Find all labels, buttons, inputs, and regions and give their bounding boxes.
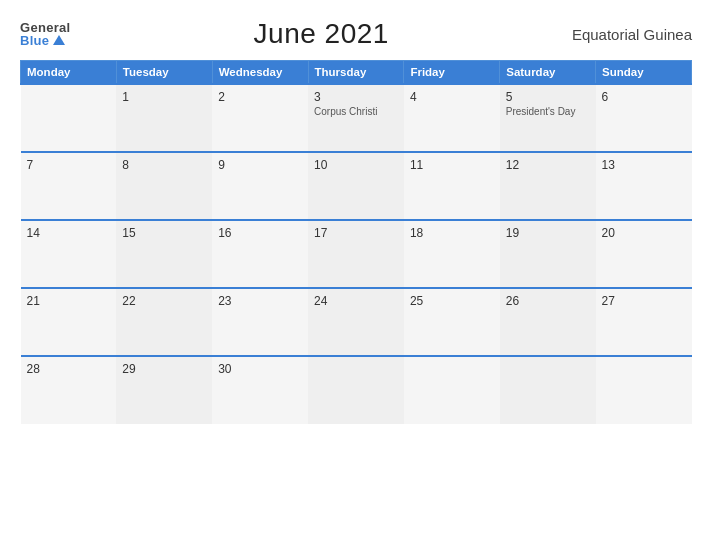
day-number: 5 bbox=[506, 90, 590, 104]
calendar-cell bbox=[21, 84, 117, 152]
calendar-week-row: 21222324252627 bbox=[21, 288, 692, 356]
holiday-name: President's Day bbox=[506, 106, 590, 117]
country-name: Equatorial Guinea bbox=[572, 26, 692, 43]
calendar-cell bbox=[596, 356, 692, 424]
calendar-cell: 24 bbox=[308, 288, 404, 356]
header: General Blue June 2021 Equatorial Guinea bbox=[20, 18, 692, 50]
calendar-cell: 15 bbox=[116, 220, 212, 288]
calendar-cell: 2 bbox=[212, 84, 308, 152]
calendar-cell: 19 bbox=[500, 220, 596, 288]
day-number: 4 bbox=[410, 90, 494, 104]
header-thursday: Thursday bbox=[308, 61, 404, 85]
calendar-cell: 29 bbox=[116, 356, 212, 424]
day-number: 9 bbox=[218, 158, 302, 172]
day-number: 16 bbox=[218, 226, 302, 240]
logo-blue-text: Blue bbox=[20, 34, 65, 47]
calendar-cell: 14 bbox=[21, 220, 117, 288]
day-number: 28 bbox=[27, 362, 111, 376]
calendar-cell bbox=[500, 356, 596, 424]
day-number: 8 bbox=[122, 158, 206, 172]
day-number: 2 bbox=[218, 90, 302, 104]
calendar-cell: 11 bbox=[404, 152, 500, 220]
calendar-cell: 3Corpus Christi bbox=[308, 84, 404, 152]
calendar-cell: 18 bbox=[404, 220, 500, 288]
calendar-page: General Blue June 2021 Equatorial Guinea… bbox=[0, 0, 712, 550]
calendar-week-row: 123Corpus Christi45President's Day6 bbox=[21, 84, 692, 152]
day-number: 18 bbox=[410, 226, 494, 240]
calendar-week-row: 282930 bbox=[21, 356, 692, 424]
calendar-cell: 8 bbox=[116, 152, 212, 220]
day-number: 22 bbox=[122, 294, 206, 308]
day-number: 20 bbox=[602, 226, 686, 240]
calendar-cell bbox=[308, 356, 404, 424]
calendar-cell bbox=[404, 356, 500, 424]
day-number: 11 bbox=[410, 158, 494, 172]
calendar-cell: 5President's Day bbox=[500, 84, 596, 152]
day-number: 23 bbox=[218, 294, 302, 308]
day-number: 3 bbox=[314, 90, 398, 104]
calendar-cell: 1 bbox=[116, 84, 212, 152]
header-saturday: Saturday bbox=[500, 61, 596, 85]
calendar-cell: 7 bbox=[21, 152, 117, 220]
header-wednesday: Wednesday bbox=[212, 61, 308, 85]
day-number: 13 bbox=[602, 158, 686, 172]
day-number: 14 bbox=[27, 226, 111, 240]
header-sunday: Sunday bbox=[596, 61, 692, 85]
calendar-cell: 12 bbox=[500, 152, 596, 220]
day-number: 21 bbox=[27, 294, 111, 308]
holiday-name: Corpus Christi bbox=[314, 106, 398, 117]
logo-triangle-icon bbox=[53, 35, 65, 45]
calendar-title: June 2021 bbox=[254, 18, 389, 50]
calendar-cell: 10 bbox=[308, 152, 404, 220]
calendar-cell: 22 bbox=[116, 288, 212, 356]
calendar-cell: 20 bbox=[596, 220, 692, 288]
day-number: 24 bbox=[314, 294, 398, 308]
day-number: 26 bbox=[506, 294, 590, 308]
calendar-cell: 23 bbox=[212, 288, 308, 356]
day-number: 30 bbox=[218, 362, 302, 376]
day-number: 19 bbox=[506, 226, 590, 240]
day-number: 1 bbox=[122, 90, 206, 104]
logo: General Blue bbox=[20, 21, 71, 47]
day-number: 12 bbox=[506, 158, 590, 172]
calendar-cell: 25 bbox=[404, 288, 500, 356]
day-number: 25 bbox=[410, 294, 494, 308]
day-number: 10 bbox=[314, 158, 398, 172]
calendar-cell: 16 bbox=[212, 220, 308, 288]
day-number: 27 bbox=[602, 294, 686, 308]
calendar-cell: 27 bbox=[596, 288, 692, 356]
calendar-cell: 4 bbox=[404, 84, 500, 152]
day-number: 7 bbox=[27, 158, 111, 172]
calendar-cell: 17 bbox=[308, 220, 404, 288]
day-number: 29 bbox=[122, 362, 206, 376]
calendar-cell: 6 bbox=[596, 84, 692, 152]
day-number: 15 bbox=[122, 226, 206, 240]
calendar-table: Monday Tuesday Wednesday Thursday Friday… bbox=[20, 60, 692, 424]
calendar-cell: 26 bbox=[500, 288, 596, 356]
calendar-cell: 9 bbox=[212, 152, 308, 220]
calendar-cell: 21 bbox=[21, 288, 117, 356]
weekday-header-row: Monday Tuesday Wednesday Thursday Friday… bbox=[21, 61, 692, 85]
day-number: 6 bbox=[602, 90, 686, 104]
calendar-cell: 30 bbox=[212, 356, 308, 424]
header-friday: Friday bbox=[404, 61, 500, 85]
calendar-cell: 28 bbox=[21, 356, 117, 424]
calendar-cell: 13 bbox=[596, 152, 692, 220]
header-monday: Monday bbox=[21, 61, 117, 85]
day-number: 17 bbox=[314, 226, 398, 240]
calendar-week-row: 14151617181920 bbox=[21, 220, 692, 288]
header-tuesday: Tuesday bbox=[116, 61, 212, 85]
calendar-week-row: 78910111213 bbox=[21, 152, 692, 220]
